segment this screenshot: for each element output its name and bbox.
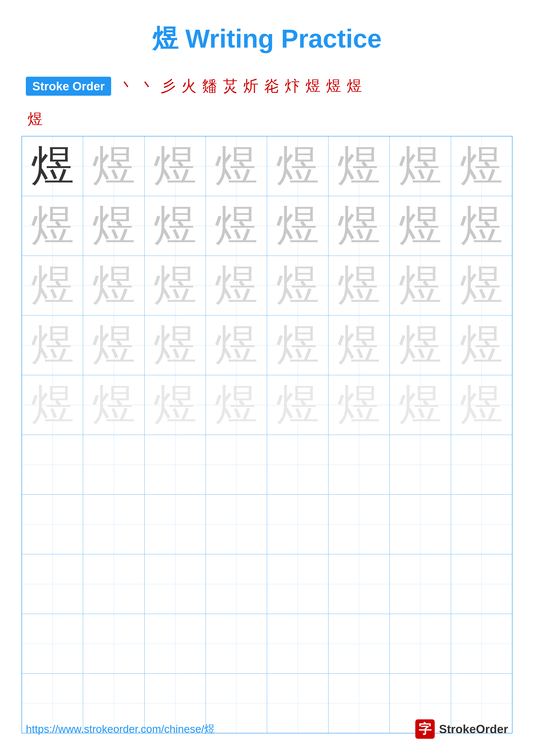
grid-cell: 煜 — [22, 375, 83, 435]
grid-cell[interactable] — [22, 435, 83, 494]
grid-cell[interactable] — [83, 435, 144, 494]
practice-char: 煜 — [215, 142, 258, 190]
practice-char: 煜 — [215, 262, 258, 309]
grid-cell: 煜 — [451, 256, 512, 315]
stroke-12: 煜 — [347, 76, 362, 96]
grid-cell: 煜 — [206, 256, 267, 315]
practice-char: 煜 — [154, 262, 197, 309]
grid-cell[interactable] — [144, 494, 206, 554]
logo-icon: 字 — [415, 719, 435, 739]
grid-cell: 煜 — [328, 375, 390, 435]
grid-cell: 煜 — [267, 136, 328, 196]
grid-cell[interactable] — [206, 494, 267, 554]
grid-cell: 煜 — [83, 136, 144, 196]
grid-cell[interactable] — [206, 435, 267, 494]
title-suffix: Writing Practice — [178, 24, 382, 53]
practice-grid-container: 煜 煜 煜 煜 煜 煜 煜 煜 煜 煜 煜 煜 煜 煜 煜 煜 — [0, 136, 534, 733]
practice-char: 煜 — [399, 381, 442, 429]
grid-cell[interactable] — [451, 435, 512, 494]
grid-cell: 煜 — [390, 375, 451, 435]
grid-cell: 煜 — [451, 196, 512, 256]
practice-char: 煜 — [337, 321, 380, 369]
grid-cell[interactable] — [144, 435, 206, 494]
practice-char: 煜 — [399, 321, 442, 369]
grid-row-9 — [22, 614, 512, 673]
stroke-9: 炞 — [285, 76, 300, 96]
grid-cell[interactable] — [267, 494, 328, 554]
grid-cell: 煜 — [206, 315, 267, 375]
grid-cell: 煜 — [83, 315, 144, 375]
grid-cell[interactable] — [390, 554, 451, 614]
grid-cell[interactable] — [267, 614, 328, 673]
practice-char: 煜 — [215, 321, 258, 369]
grid-cell: 煜 — [267, 315, 328, 375]
grid-cell[interactable] — [83, 494, 144, 554]
grid-cell[interactable] — [328, 554, 390, 614]
grid-cell[interactable] — [206, 614, 267, 673]
grid-cell[interactable] — [144, 554, 206, 614]
practice-char: 煜 — [460, 381, 503, 429]
grid-cell: 煜 — [267, 375, 328, 435]
practice-char: 煜 — [31, 202, 74, 250]
grid-cell: 煜 — [328, 256, 390, 315]
stroke-2: 丶 — [140, 76, 155, 96]
grid-cell: 煜 — [83, 375, 144, 435]
stroke-4: 火 — [181, 76, 196, 96]
grid-cell[interactable] — [267, 435, 328, 494]
grid-cell: 煜 — [22, 196, 83, 256]
grid-cell[interactable] — [144, 614, 206, 673]
grid-cell[interactable] — [328, 614, 390, 673]
grid-cell[interactable] — [267, 554, 328, 614]
practice-char: 煜 — [276, 142, 319, 190]
grid-row-2: 煜 煜 煜 煜 煜 煜 煜 煜 — [22, 196, 512, 256]
footer-logo: 字 StrokeOrder — [415, 719, 508, 739]
grid-cell: 煜 — [390, 196, 451, 256]
practice-char: 煜 — [460, 262, 503, 309]
grid-cell: 煜 — [267, 256, 328, 315]
grid-row-4: 煜 煜 煜 煜 煜 煜 煜 煜 — [22, 315, 512, 375]
grid-cell: 煜 — [22, 315, 83, 375]
practice-char: 煜 — [337, 142, 380, 190]
grid-cell[interactable] — [206, 554, 267, 614]
grid-cell[interactable] — [390, 435, 451, 494]
grid-cell: 煜 — [390, 136, 451, 196]
title-char: 煜 — [152, 24, 178, 53]
grid-cell: 煜 — [390, 315, 451, 375]
grid-cell[interactable] — [390, 494, 451, 554]
stroke-7: 炘 — [243, 76, 259, 96]
practice-char: 煜 — [337, 262, 380, 309]
grid-cell: 煜 — [451, 375, 512, 435]
footer-url[interactable]: https://www.strokeorder.com/chinese/煜 — [26, 722, 215, 736]
grid-cell[interactable] — [451, 494, 512, 554]
stroke-order-section: Stroke Order 丶 丶 彡 火 㸋 炗 炘 炛 炞 煜 煜 煜 — [0, 69, 534, 103]
grid-cell[interactable] — [22, 554, 83, 614]
grid-cell: 煜 — [144, 315, 206, 375]
grid-cell[interactable] — [451, 554, 512, 614]
grid-cell: 煜 — [206, 375, 267, 435]
practice-char: 煜 — [154, 142, 197, 190]
grid-cell[interactable] — [22, 614, 83, 673]
grid-cell[interactable] — [22, 494, 83, 554]
practice-char: 煜 — [92, 142, 135, 190]
grid-cell[interactable] — [390, 614, 451, 673]
grid-row-8 — [22, 554, 512, 614]
grid-row-1: 煜 煜 煜 煜 煜 煜 煜 煜 — [22, 136, 512, 196]
grid-cell[interactable] — [83, 554, 144, 614]
practice-char: 煜 — [31, 321, 74, 369]
practice-char: 煜 — [92, 262, 135, 309]
grid-cell: 煜 — [144, 375, 206, 435]
grid-cell: 煜 — [22, 136, 83, 196]
grid-cell[interactable] — [451, 614, 512, 673]
practice-char: 煜 — [276, 381, 319, 429]
grid-cell: 煜 — [451, 136, 512, 196]
practice-char: 煜 — [460, 202, 503, 250]
grid-cell: 煜 — [267, 196, 328, 256]
page-title: 煜 Writing Practice — [0, 0, 534, 69]
practice-char: 煜 — [92, 321, 135, 369]
practice-grid: 煜 煜 煜 煜 煜 煜 煜 煜 煜 煜 煜 煜 煜 煜 煜 煜 — [21, 136, 513, 733]
grid-cell[interactable] — [328, 435, 390, 494]
grid-cell[interactable] — [83, 614, 144, 673]
grid-cell: 煜 — [451, 315, 512, 375]
practice-char: 煜 — [154, 202, 197, 250]
grid-cell[interactable] — [328, 494, 390, 554]
